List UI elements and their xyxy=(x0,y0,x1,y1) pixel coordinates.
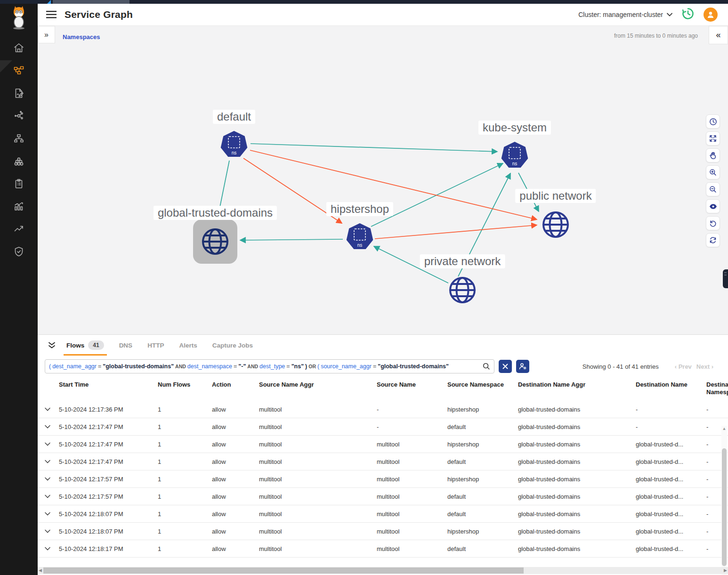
namespace-heptagon-icon: ns xyxy=(220,130,248,159)
tab-dns[interactable]: DNS xyxy=(112,335,140,356)
filter-token-op: = xyxy=(286,363,290,370)
expand-side-panel-button[interactable]: » xyxy=(38,26,55,43)
graph-edge-hipstershop-to-global-trusted-domains[interactable] xyxy=(240,239,343,240)
table-cell: multitool xyxy=(259,545,377,552)
tab-alerts[interactable]: Alerts xyxy=(171,335,204,356)
sidebar-item-compliance[interactable] xyxy=(0,172,38,195)
row-expand-chevron-icon[interactable] xyxy=(45,425,59,429)
sidebar-item-security[interactable] xyxy=(0,240,38,263)
breadcrumb[interactable]: Namespaces xyxy=(63,33,100,40)
row-expand-chevron-icon[interactable] xyxy=(45,494,59,498)
column-header[interactable]: Source Name xyxy=(377,381,447,389)
collapse-right-panel-button[interactable]: « xyxy=(709,26,728,44)
prev-page-button[interactable]: ‹ Prev xyxy=(675,363,692,370)
history-button[interactable] xyxy=(681,7,695,23)
sidebar-item-trends[interactable] xyxy=(0,218,38,240)
service-graph-canvas[interactable]: nsdefaultnskube-systemnshipstershopgloba… xyxy=(38,26,728,334)
sidebar-item-endpoints[interactable] xyxy=(0,127,38,150)
row-expand-chevron-icon[interactable] xyxy=(45,407,59,411)
tab-label: HTTP xyxy=(147,342,164,349)
tab-flows[interactable]: Flows41 xyxy=(59,335,112,356)
graph-edge-hipstershop-to-public-network[interactable] xyxy=(375,225,537,239)
column-header[interactable]: Action xyxy=(212,381,259,389)
tab-capture-jobs[interactable]: Capture Jobs xyxy=(205,335,260,356)
table-cell: - xyxy=(706,406,728,413)
column-header[interactable]: Source Namespace xyxy=(447,381,518,389)
table-cell: global-trusted-d... xyxy=(636,493,706,500)
network-globe-icon xyxy=(447,275,477,305)
home-icon xyxy=(13,42,24,54)
graph-node-default[interactable]: nsdefault xyxy=(220,130,248,159)
table-row[interactable]: 5-10-2024 12:17:57 PM1allowmultitoolmult… xyxy=(38,488,728,505)
table-cell: default xyxy=(447,510,518,518)
table-vertical-scrollbar[interactable]: ▲ ▼ xyxy=(721,426,727,575)
row-expand-chevron-icon[interactable] xyxy=(45,512,59,516)
table-row[interactable]: 5-10-2024 12:18:07 PM1allowmultitoolmult… xyxy=(38,505,728,523)
filter-query-input[interactable]: (dest_name_aggr="global-trusted-domains"… xyxy=(45,359,494,373)
table-row[interactable]: 5-10-2024 12:17:36 PM1allowmultitool-hip… xyxy=(38,401,728,418)
next-page-button[interactable]: Next › xyxy=(696,363,713,370)
hamburger-menu-button[interactable] xyxy=(45,8,58,21)
column-header[interactable]: Num Flows xyxy=(158,381,212,389)
table-row[interactable]: 5-10-2024 12:18:17 PM1allowmultitoolmult… xyxy=(38,540,728,558)
row-expand-chevron-icon[interactable] xyxy=(45,460,59,463)
column-settings-button[interactable] xyxy=(516,360,529,373)
graph-node-kube-system[interactable]: nskube-system xyxy=(501,141,529,170)
user-avatar-button[interactable] xyxy=(704,8,718,22)
column-header[interactable]: Destination Name Aggr xyxy=(518,381,636,389)
graph-node-private-network[interactable]: private network xyxy=(447,275,477,305)
table-cell: global-trusted-domains xyxy=(518,510,636,518)
graph-node-global-trusted-domains[interactable]: global-trusted-domains xyxy=(200,227,230,257)
sidebar-item-policies[interactable] xyxy=(0,82,38,105)
table-row[interactable]: 5-10-2024 12:18:07 PM1allowmultitoolmult… xyxy=(38,523,728,540)
graph-node-public-network[interactable]: public network xyxy=(541,210,571,240)
collapse-panel-button[interactable] xyxy=(45,338,59,352)
table-row[interactable]: 5-10-2024 12:17:47 PM1allowmultitoolmult… xyxy=(38,436,728,453)
undo-button[interactable] xyxy=(706,216,720,230)
column-header[interactable]: Source Name Aggr xyxy=(259,381,377,389)
sidebar-item-activity[interactable] xyxy=(0,195,38,218)
row-expand-chevron-icon[interactable] xyxy=(45,442,59,446)
graph-node-hipstershop[interactable]: nshipstershop xyxy=(346,223,374,251)
table-cell: default xyxy=(447,458,518,465)
time-settings-button[interactable] xyxy=(706,114,720,129)
column-header[interactable]: Start Time xyxy=(59,381,158,389)
table-cell: global-trusted-d... xyxy=(636,441,706,448)
cluster-selector[interactable]: Cluster: management-cluster xyxy=(578,11,672,18)
sidebar-item-service-graph[interactable] xyxy=(0,59,38,82)
trend-arrow-icon xyxy=(13,223,24,235)
tab-badge: 41 xyxy=(88,340,104,350)
column-header[interactable]: Destination Namespace xyxy=(706,381,728,397)
column-header[interactable]: Destination Name xyxy=(636,381,706,389)
table-horizontal-scrollbar[interactable]: ◀ ▶ xyxy=(38,567,728,574)
table-cell: multitool xyxy=(377,476,447,483)
table-cell: global-trusted-d... xyxy=(636,545,706,552)
tab-http[interactable]: HTTP xyxy=(140,335,171,356)
sidebar-item-home[interactable] xyxy=(0,37,38,59)
clear-filter-button[interactable] xyxy=(499,360,512,373)
app-logo-cat[interactable] xyxy=(0,4,38,31)
sidebar-item-clusters[interactable] xyxy=(0,150,38,172)
row-expand-chevron-icon[interactable] xyxy=(45,477,59,481)
sidebar-item-nodes[interactable] xyxy=(0,105,38,127)
right-panel-handle[interactable] xyxy=(723,269,728,288)
table-cell: multitool xyxy=(259,423,377,430)
table-row[interactable]: 5-10-2024 12:17:47 PM1allowmultitool-def… xyxy=(38,418,728,436)
table-row[interactable]: 5-10-2024 12:17:57 PM1allowmultitoolmult… xyxy=(38,470,728,488)
refresh-icon xyxy=(709,236,717,244)
table-row[interactable]: 5-10-2024 12:17:47 PM1allowmultitoolmult… xyxy=(38,453,728,470)
cluster-selector-label: Cluster: management-cluster xyxy=(578,11,663,18)
stats-chart-icon xyxy=(13,201,24,212)
refresh-button[interactable] xyxy=(706,233,720,247)
graph-edge-default-to-kube-system[interactable] xyxy=(251,144,497,152)
visibility-button[interactable] xyxy=(706,199,720,213)
row-expand-chevron-icon[interactable] xyxy=(45,529,59,533)
table-cell: multitool xyxy=(259,528,377,535)
graph-edge-default-to-public-network[interactable] xyxy=(250,150,537,219)
filter-token-field: dest_namespace xyxy=(187,363,232,370)
zoom-in-button[interactable] xyxy=(706,165,720,179)
pan-tool-button[interactable] xyxy=(706,148,720,162)
fit-screen-button[interactable] xyxy=(706,131,720,146)
zoom-out-button[interactable] xyxy=(706,182,720,196)
row-expand-chevron-icon[interactable] xyxy=(45,547,59,551)
